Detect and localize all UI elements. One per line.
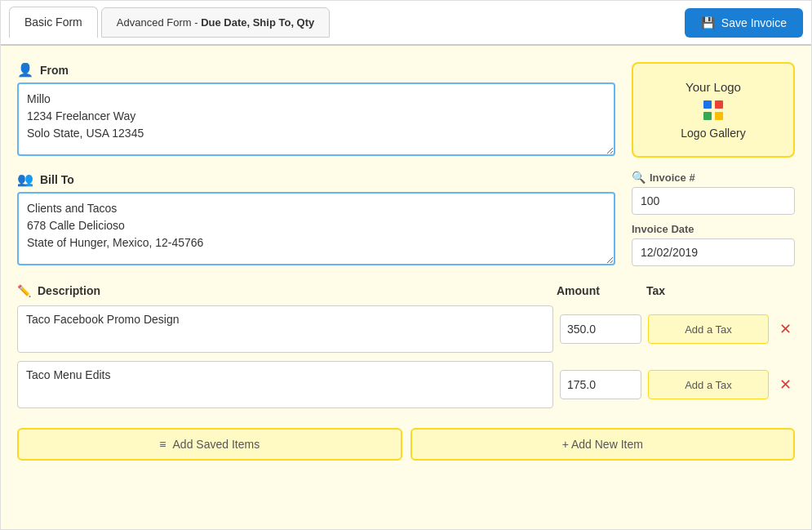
logo-sq-green bbox=[703, 112, 712, 120]
items-section: ✏️ Description Amount Tax Add a Tax ✕ bbox=[17, 284, 795, 461]
magnifier-icon: 🔍 bbox=[632, 171, 646, 184]
add-saved-items-button[interactable]: ≡ Add Saved Items bbox=[17, 428, 402, 461]
invoice-number-group: 🔍 Invoice # bbox=[632, 171, 795, 215]
tab-advanced[interactable]: Advanced Form - Due Date, Ship To, Qty bbox=[101, 7, 331, 38]
invoice-fields: 🔍 Invoice # Invoice Date bbox=[632, 171, 795, 266]
from-section: 👤 From bbox=[17, 62, 615, 158]
top-section: 👤 From 👥 Bill To You bbox=[17, 62, 795, 268]
bill-to-icon: 👥 bbox=[17, 171, 33, 187]
add-new-label: + Add New Item bbox=[562, 438, 643, 451]
from-icon: 👤 bbox=[17, 62, 33, 78]
items-header: ✏️ Description Amount Tax bbox=[17, 284, 795, 297]
col-tax-header: Tax bbox=[640, 284, 770, 297]
bill-to-section: 👥 Bill To bbox=[17, 171, 615, 268]
save-invoice-button[interactable]: 💾 Save Invoice bbox=[685, 8, 803, 38]
item-2-delete-button[interactable]: ✕ bbox=[775, 376, 795, 394]
left-column: 👤 From 👥 Bill To bbox=[17, 62, 615, 268]
add-new-item-button[interactable]: + Add New Item bbox=[410, 428, 796, 461]
invoice-date-input[interactable] bbox=[632, 238, 795, 266]
bill-to-label-text: Bill To bbox=[40, 173, 74, 186]
from-label: 👤 From bbox=[17, 62, 615, 78]
item-2-description[interactable] bbox=[17, 361, 553, 408]
main-content: 👤 From 👥 Bill To You bbox=[1, 46, 811, 529]
invoice-date-group: Invoice Date bbox=[632, 223, 795, 266]
logo-box[interactable]: Your Logo Logo Gallery bbox=[632, 62, 795, 158]
item-2-amount[interactable] bbox=[560, 370, 641, 399]
item-1-description[interactable] bbox=[17, 305, 553, 353]
invoice-number-label-text: Invoice # bbox=[650, 171, 695, 184]
right-column: Your Logo Logo Gallery 🔍 Invoice # bbox=[632, 62, 795, 268]
item-1-amount[interactable] bbox=[560, 314, 641, 344]
invoice-number-input[interactable] bbox=[632, 187, 795, 215]
logo-title: Your Logo bbox=[686, 80, 741, 94]
save-icon: 💾 bbox=[701, 16, 715, 29]
tab-basic[interactable]: Basic Form bbox=[9, 7, 98, 38]
invoice-date-label-text: Invoice Date bbox=[632, 223, 694, 235]
line-item-1: Add a Tax ✕ bbox=[17, 305, 795, 353]
add-saved-label: Add Saved Items bbox=[173, 438, 260, 451]
bottom-buttons: ≡ Add Saved Items + Add New Item bbox=[17, 428, 795, 461]
item-1-delete-button[interactable]: ✕ bbox=[775, 320, 795, 338]
item-2-add-tax-button[interactable]: Add a Tax bbox=[648, 370, 769, 399]
tab-advanced-label: Advanced Form - bbox=[117, 16, 201, 29]
logo-sq-blue bbox=[703, 100, 712, 109]
tabs-bar: Basic Form Advanced Form - Due Date, Shi… bbox=[1, 1, 811, 46]
bill-to-label: 👥 Bill To bbox=[17, 171, 615, 187]
logo-sq-yellow bbox=[715, 112, 723, 120]
logo-sq-red bbox=[715, 100, 723, 109]
save-invoice-label: Save Invoice bbox=[721, 16, 787, 29]
item-1-add-tax-button[interactable]: Add a Tax bbox=[648, 314, 769, 344]
from-label-text: From bbox=[40, 64, 69, 77]
from-textarea[interactable] bbox=[17, 82, 615, 156]
tab-advanced-bold: Due Date, Ship To, Qty bbox=[201, 16, 314, 29]
tax-header-text: Tax bbox=[646, 284, 665, 297]
amount-header-text: Amount bbox=[557, 284, 600, 297]
col-description-header: ✏️ Description bbox=[17, 284, 550, 297]
description-header-text: Description bbox=[38, 284, 100, 297]
invoice-date-label: Invoice Date bbox=[632, 223, 795, 235]
logo-grid bbox=[703, 100, 723, 120]
col-amount-header: Amount bbox=[550, 284, 640, 297]
bill-to-textarea[interactable] bbox=[17, 192, 615, 265]
list-icon: ≡ bbox=[159, 438, 166, 451]
tab-basic-label: Basic Form bbox=[24, 16, 82, 29]
invoice-number-label: 🔍 Invoice # bbox=[632, 171, 795, 184]
line-item-2: Add a Tax ✕ bbox=[17, 361, 795, 408]
logo-gallery-label: Logo Gallery bbox=[681, 127, 745, 140]
description-icon: ✏️ bbox=[17, 284, 31, 297]
